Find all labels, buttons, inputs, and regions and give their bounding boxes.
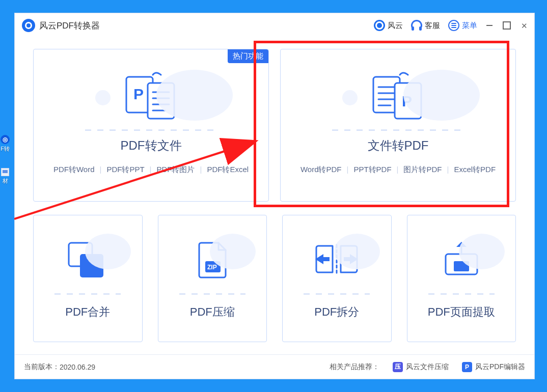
version-label: 当前版本： — [24, 362, 60, 372]
titlebar: 风云PDF转换器 风云 客服 菜单 — [15, 13, 534, 38]
split-icon — [304, 234, 370, 285]
card-title: PDF合并 — [65, 304, 110, 320]
related-label: 相关产品推荐： — [330, 362, 379, 372]
footer-product-editor[interactable]: P 风云PDF编辑器 — [462, 362, 525, 372]
window-minimize-button[interactable] — [484, 20, 495, 31]
card-pdf-merge[interactable]: PDF合并 — [33, 215, 143, 342]
card-title: PDF转文件 — [121, 137, 182, 154]
card-title: PDF压缩 — [190, 304, 235, 320]
card-title: PDF拆分 — [314, 304, 359, 320]
fengyun-icon — [374, 20, 385, 31]
card-pdf-split[interactable]: PDF拆分 — [282, 215, 392, 342]
card-pdf-compress[interactable]: ZIP PDF压缩 — [158, 215, 267, 342]
menu-icon — [448, 20, 459, 31]
card-subs: PDF转Word| PDF转PPT| PDF转图片| PDF转Excel — [53, 165, 249, 175]
version-value: 2020.06.29 — [60, 363, 95, 371]
card-title: 文件转PDF — [368, 137, 429, 154]
customer-service-button[interactable]: 客服 — [411, 20, 440, 31]
merge-icon — [54, 234, 121, 285]
card-subs: Word转PDF| PPT转PDF| 图片转PDF| Excel转PDF — [300, 165, 496, 175]
app-title: 风云PDF转换器 — [39, 20, 100, 32]
card-pdf-to-file[interactable]: 热门功能 P PDF转文件 — [33, 49, 269, 202]
app-logo-icon — [22, 19, 35, 32]
desktop-shortcut-1[interactable]: ◎ F转 — [0, 135, 10, 152]
file-to-pdf-icon: P — [332, 65, 464, 126]
window-maximize-button[interactable] — [502, 20, 512, 31]
hot-badge: 热门功能 — [228, 49, 268, 63]
card-file-to-pdf[interactable]: P 文件转PDF Word转PDF| PPT转PDF| 图片转PDF| Exce… — [280, 49, 516, 202]
card-title: PDF页面提取 — [428, 304, 495, 320]
app-window: 风云PDF转换器 风云 客服 菜单 热门功能 — [14, 13, 535, 379]
fengyun-button[interactable]: 风云 — [374, 20, 403, 31]
svg-text:P: P — [133, 86, 144, 102]
compress-product-icon: 压 — [393, 362, 403, 372]
desktop-shortcut-2[interactable]: 材 — [0, 168, 10, 184]
extract-icon — [428, 234, 495, 285]
footer: 当前版本： 2020.06.29 相关产品推荐： 压 风云文件压缩 P 风云PD… — [15, 354, 534, 379]
content-area: 热门功能 P PDF转文件 — [15, 38, 534, 354]
pdf-to-file-icon: P — [85, 65, 217, 126]
menu-button[interactable]: 菜单 — [448, 20, 477, 31]
compress-icon: ZIP — [179, 234, 245, 285]
footer-product-compress[interactable]: 压 风云文件压缩 — [393, 362, 449, 372]
editor-product-icon: P — [462, 362, 472, 372]
window-close-button[interactable] — [519, 20, 529, 31]
svg-text:ZIP: ZIP — [207, 264, 217, 271]
card-pdf-extract[interactable]: PDF页面提取 — [407, 215, 516, 342]
desktop-shortcuts: ◎ F转 材 — [0, 135, 10, 200]
headset-icon — [411, 20, 422, 31]
